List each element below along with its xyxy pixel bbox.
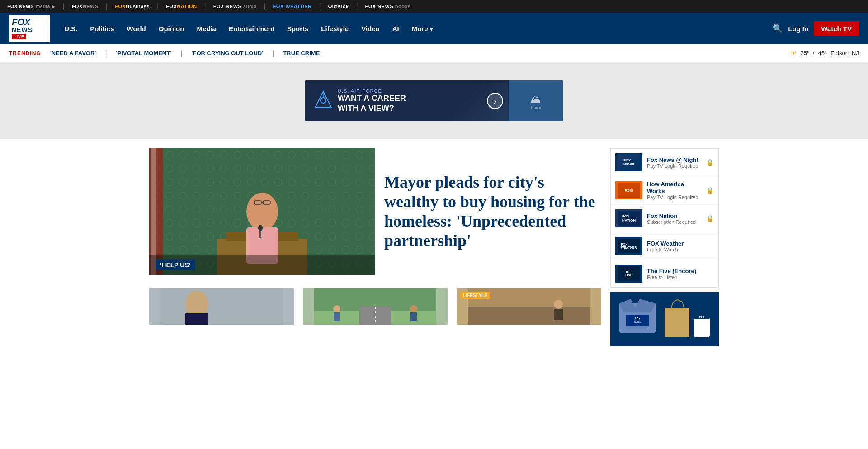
stream-info-fox-news-night: Fox News @ Night Pay TV Login Required	[647, 156, 702, 169]
nav-item-world[interactable]: World	[122, 21, 151, 36]
trending-items: 'NEED A FAVOR' | 'PIVOTAL MOMENT' | 'FOR…	[50, 49, 320, 57]
lock-icon-fox-news-night: 🔒	[706, 159, 714, 166]
foxnation-link[interactable]: FOXNATION	[166, 4, 197, 9]
nav-item-ai[interactable]: AI	[387, 21, 405, 36]
stream-title-fox-nation: Fox Nation	[647, 213, 702, 219]
ad-banner[interactable]: U.S. AIR FORCE WANT A CAREERWITH A VIEW?…	[305, 80, 563, 121]
stream-logo-fox-weather: FOXWEATHER	[621, 243, 637, 249]
nav-item-us[interactable]: U.S.	[59, 21, 83, 36]
stream-item-the-five[interactable]: THEFIVE The Five (Encore) Free to Listen	[611, 260, 718, 287]
top-bar-brand: FOX NEWS media ▶	[7, 4, 55, 9]
login-button[interactable]: Log In	[788, 25, 808, 33]
top-bar: FOX NEWS media ▶ | FOXNEWS | FOXBusiness…	[0, 0, 868, 13]
stream-item-how-america-works[interactable]: FOXI How America Works Pay TV Login Requ…	[611, 176, 718, 205]
fox-logo-live-badge: LIVE	[12, 34, 26, 39]
svg-rect-26	[334, 312, 340, 321]
content-left: 'HELP US' Mayor pleads for city's wealth…	[149, 148, 601, 346]
trending-sep-2: |	[180, 49, 182, 57]
hero-headline[interactable]: Mayor pleads for city's wealthy to buy h…	[384, 173, 601, 251]
lock-icon-fox-nation: 🔒	[706, 215, 714, 222]
ad-content: U.S. AIR FORCE WANT A CAREERWITH A VIEW?	[305, 84, 487, 118]
stream-title-fox-news-night: Fox News @ Night	[647, 156, 702, 163]
svg-point-25	[333, 305, 340, 312]
hero-image-overlay: 'HELP US'	[149, 255, 375, 275]
weather-separator: /	[813, 50, 815, 57]
nav-item-video[interactable]: Video	[356, 21, 385, 36]
stream-item-fox-weather[interactable]: FOXWEATHER FOX Weather Free to Watch	[611, 232, 718, 260]
stream-thumb-fox-news-night: FOXNEWS	[615, 153, 642, 171]
svg-point-10	[246, 193, 278, 231]
lifestyle-badge: LIFESTYLE	[460, 292, 490, 299]
trending-item-3[interactable]: TRUE CRIME	[283, 50, 320, 57]
ad-brand-label: U.S. AIR FORCE	[338, 88, 406, 94]
foxaudio-link[interactable]: FOX NEWS audio	[213, 4, 257, 9]
separator-4: |	[204, 2, 206, 10]
separator-1: |	[62, 2, 64, 10]
nav-links: U.S. Politics World Opinion Media Entert…	[59, 21, 773, 36]
ad-cta-button[interactable]: ›	[487, 93, 503, 109]
sidebar: FOXNEWS Fox News @ Night Pay TV Login Re…	[610, 148, 719, 346]
stream-logo-fox-nation: FOXNATION	[622, 214, 636, 222]
stream-subtitle-fox-news-night: Pay TV Login Required	[647, 163, 702, 169]
foxnews-media-logo[interactable]: FOX NEWS media ▶	[7, 4, 55, 9]
foxnews-link[interactable]: FOXNEWS	[72, 4, 99, 9]
separator-7: |	[356, 2, 358, 10]
watch-tv-button[interactable]: Watch TV	[814, 21, 859, 36]
fox-news-logo[interactable]: FOX NEWS LIVE	[9, 15, 50, 42]
svg-text:FOX: FOX	[635, 317, 640, 320]
foxbusiness-link[interactable]: FOXBusiness	[115, 4, 150, 9]
nav-item-opinion[interactable]: Opinion	[153, 21, 190, 36]
separator-3: |	[157, 2, 159, 10]
trending-item-1[interactable]: 'PIVOTAL MOMENT'	[116, 50, 172, 57]
svg-point-1	[321, 98, 326, 103]
stream-info-fox-weather: FOX Weather Free to Watch	[647, 240, 714, 252]
svg-point-17	[258, 225, 263, 231]
stream-thumb-fox-weather: FOXWEATHER	[615, 237, 642, 255]
svg-rect-30	[468, 307, 590, 325]
stream-logo-fox-news-night: FOXNEWS	[623, 158, 634, 166]
stream-info-the-five: The Five (Encore) Free to Listen	[647, 268, 714, 280]
grid-item-0[interactable]	[149, 288, 294, 325]
svg-rect-32	[554, 309, 563, 320]
stream-thumb-how-america: FOXI	[615, 181, 642, 199]
hero-image[interactable]: 'HELP US'	[149, 148, 375, 275]
lock-icon-how-america: 🔒	[706, 187, 714, 194]
stream-item-fox-nation[interactable]: FOXNATION Fox Nation Subscription Requir…	[611, 205, 718, 232]
svg-point-27	[410, 305, 417, 312]
outkick-link[interactable]: OutKick	[328, 4, 349, 9]
svg-text:FOX: FOX	[699, 316, 704, 318]
separator-2: |	[106, 2, 108, 10]
svg-rect-20	[185, 313, 208, 325]
hero-story: 'HELP US' Mayor pleads for city's wealth…	[149, 148, 601, 275]
stream-item-fox-news-night[interactable]: FOXNEWS Fox News @ Night Pay TV Login Re…	[611, 149, 718, 176]
trending-item-2[interactable]: 'FOR CRYING OUT LOUD'	[191, 50, 263, 57]
svg-rect-39	[665, 308, 689, 337]
play-icon: ▶	[52, 4, 55, 9]
foxbooks-link[interactable]: FOX NEWS books	[365, 4, 411, 9]
grid-item-2[interactable]: LIFESTYLE	[457, 288, 601, 325]
foxweather-link[interactable]: FOX WEATHER	[273, 4, 312, 9]
weather-high: 75°	[800, 50, 809, 57]
stream-title-how-america: How America Works	[647, 181, 702, 194]
fox-logo-fox-text: FOX	[12, 18, 30, 27]
svg-text:NEWS: NEWS	[634, 321, 642, 323]
stream-thumb-the-five: THEFIVE	[615, 265, 642, 283]
bottom-grid: LIFESTYLE	[149, 288, 601, 325]
nav-item-media[interactable]: Media	[191, 21, 222, 36]
logo-area[interactable]: FOX NEWS LIVE	[9, 15, 50, 42]
main-nav: FOX NEWS LIVE U.S. Politics World Opinio…	[0, 13, 868, 44]
chevron-down-icon: ▾	[430, 26, 433, 33]
trending-item-0[interactable]: 'NEED A FAVOR'	[50, 50, 96, 57]
nav-item-sports[interactable]: Sports	[282, 21, 314, 36]
nav-item-politics[interactable]: Politics	[85, 21, 119, 36]
merch-banner[interactable]: FOX NEWS FOX	[610, 292, 719, 346]
nav-item-more[interactable]: More ▾	[406, 21, 438, 36]
hero-badge: 'HELP US'	[156, 260, 195, 270]
stream-info-how-america: How America Works Pay TV Login Required	[647, 181, 702, 200]
trending-bar: TRENDING 'NEED A FAVOR' | 'PIVOTAL MOMEN…	[0, 44, 868, 62]
nav-item-entertainment[interactable]: Entertainment	[223, 21, 280, 36]
search-icon[interactable]: 🔍	[773, 24, 783, 33]
nav-item-lifestyle[interactable]: Lifestyle	[316, 21, 354, 36]
grid-item-1[interactable]	[303, 288, 448, 325]
trending-label: TRENDING	[9, 50, 41, 57]
